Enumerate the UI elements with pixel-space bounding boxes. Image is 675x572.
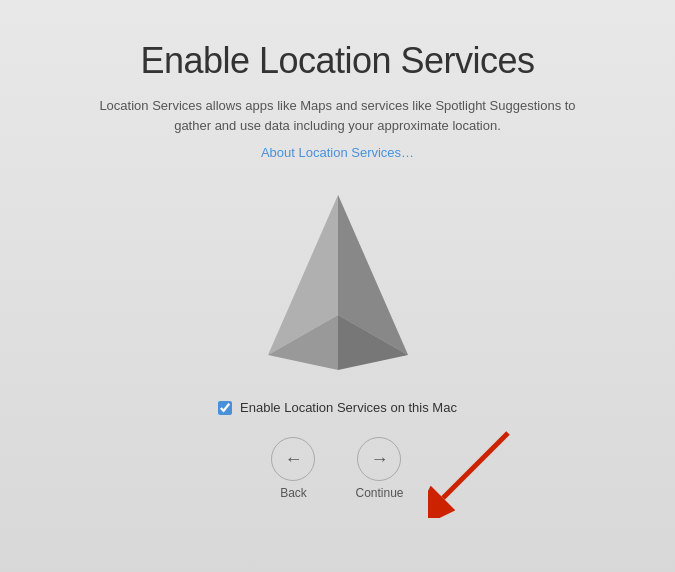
continue-icon: →	[370, 449, 388, 470]
enable-location-checkbox[interactable]	[218, 401, 232, 415]
svg-line-5	[443, 433, 508, 498]
subtitle-text: Location Services allows apps like Maps …	[88, 96, 588, 135]
location-icon-container	[238, 180, 438, 390]
checkbox-label: Enable Location Services on this Mac	[240, 400, 457, 415]
enable-location-row: Enable Location Services on this Mac	[218, 400, 457, 415]
back-button[interactable]: ←	[271, 437, 315, 481]
continue-button-container: → Continue	[355, 437, 403, 500]
red-arrow-indicator	[428, 428, 518, 518]
location-arrow-icon	[243, 185, 433, 385]
page-title: Enable Location Services	[140, 40, 534, 82]
continue-label: Continue	[355, 486, 403, 500]
about-location-link[interactable]: About Location Services…	[261, 145, 414, 160]
back-label: Back	[280, 486, 307, 500]
back-button-container: ← Back	[271, 437, 315, 500]
back-icon: ←	[284, 449, 302, 470]
nav-buttons: ← Back → Continue	[271, 437, 403, 500]
continue-button[interactable]: →	[357, 437, 401, 481]
